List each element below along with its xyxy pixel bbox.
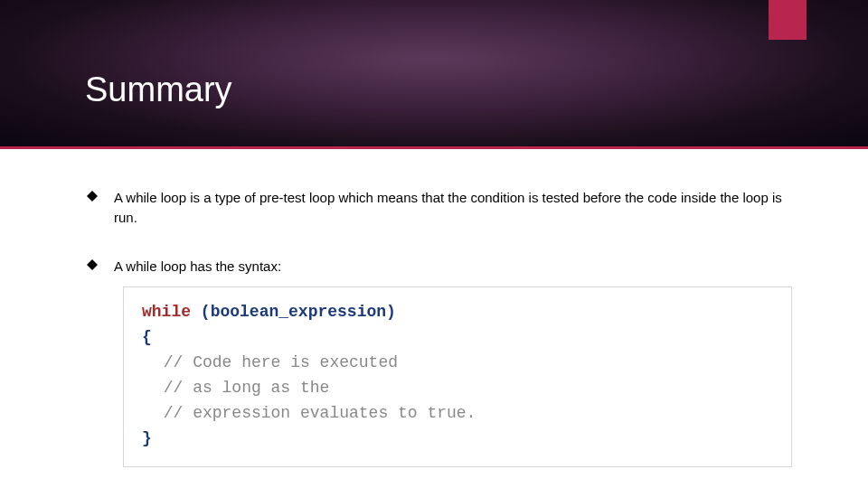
code-paren-open: ( [201, 303, 211, 321]
code-brace-open: { [142, 328, 152, 346]
diamond-bullet-icon [87, 259, 98, 270]
bullet-item: A while loop has the syntax: [87, 257, 805, 277]
diamond-bullet-icon [87, 191, 98, 202]
code-line: { [142, 325, 773, 351]
slide-body: A while loop is a type of pre-test loop … [0, 148, 868, 467]
code-line: // Code here is executed [142, 351, 773, 376]
code-line: // as long as the [142, 376, 773, 401]
bullet-text: A while loop has the syntax: [114, 257, 281, 277]
svg-marker-0 [87, 191, 98, 202]
code-identifier: boolean_expression [211, 303, 386, 321]
code-comment: // as long as the [164, 379, 330, 397]
slide-title: Summary [85, 70, 232, 109]
svg-marker-1 [87, 259, 98, 270]
slide-header: Summary [0, 0, 868, 148]
code-comment: // expression evaluates to true. [164, 404, 476, 422]
code-paren-close: ) [386, 303, 396, 321]
code-snippet: while (boolean_expression) { // Code her… [123, 286, 792, 466]
code-comment: // Code here is executed [164, 353, 398, 371]
code-line: } [142, 427, 773, 452]
bullet-item: A while loop is a type of pre-test loop … [87, 188, 805, 228]
code-keyword: while [142, 303, 191, 321]
bullet-text: A while loop is a type of pre-test loop … [114, 188, 805, 228]
accent-block [769, 0, 807, 40]
code-brace-close: } [142, 429, 152, 447]
code-line: // expression evaluates to true. [142, 401, 773, 427]
code-line: while (boolean_expression) [142, 300, 773, 325]
accent-underline [0, 146, 868, 149]
